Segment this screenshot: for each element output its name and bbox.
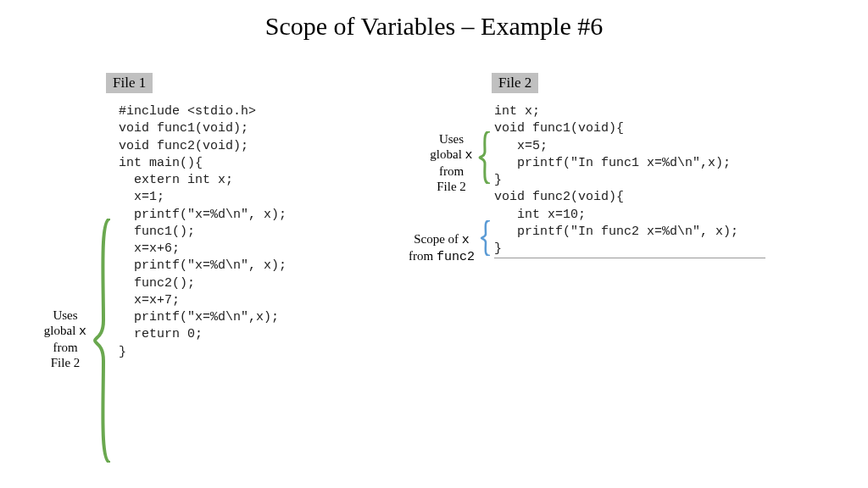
curly-brace-icon [93, 219, 114, 463]
annotation-scope-func2: Scope of x from func2 [403, 231, 481, 265]
annotation-uses-global-left: Uses global x from File 2 [40, 308, 91, 370]
slide-title: Scope of Variables – Example #6 [0, 12, 868, 41]
file1-code: #include <stdio.h> void func1(void); voi… [119, 100, 356, 488]
file1-label: File 1 [106, 73, 153, 93]
file2-code: int x; void func1(void){ x=5; printf("In… [494, 100, 765, 258]
curly-brace-icon [478, 131, 492, 184]
annotation-uses-global-right: Uses global x from File 2 [424, 131, 479, 194]
file2-label: File 2 [492, 73, 538, 93]
curly-brace-icon [480, 220, 492, 256]
